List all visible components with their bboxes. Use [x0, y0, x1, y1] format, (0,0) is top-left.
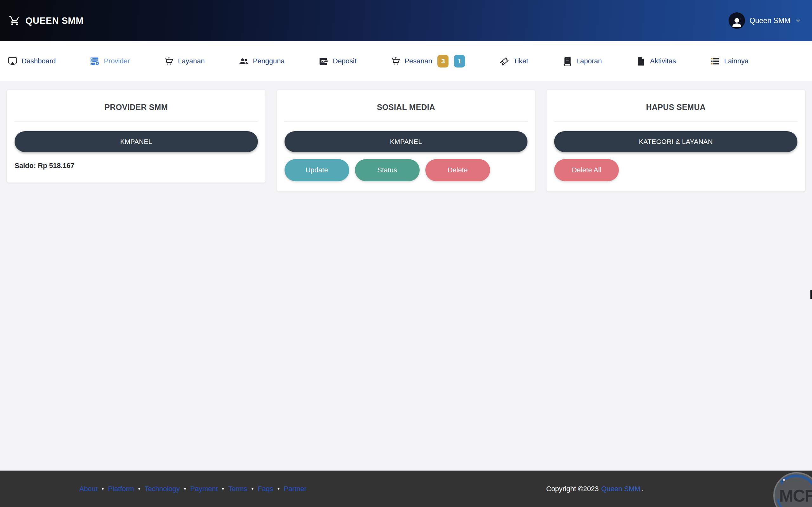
footer-link-about[interactable]: About: [79, 485, 98, 493]
cart-plus-icon: [164, 56, 174, 66]
chevron-down-icon: [795, 17, 801, 24]
nav-item-provider[interactable]: Provider: [90, 56, 130, 66]
content-area: PROVIDER SMM KMPANEL Saldo: Rp 518.167 S…: [0, 81, 812, 200]
user-name: Queen SMM: [750, 16, 791, 25]
brand-title: QUEEN SMM: [26, 15, 84, 26]
copyright-brand-link[interactable]: Queen SMM: [601, 485, 641, 493]
footer-link-terms[interactable]: Terms: [229, 485, 247, 493]
nav-item-dashboard[interactable]: Dashboard: [8, 56, 56, 66]
card-body: KMPANEL Update Status Delete: [277, 122, 536, 191]
bullet-separator: •: [102, 485, 104, 493]
card-body: KATEGORI & LAYANAN Delete All: [547, 122, 805, 191]
list-icon: [710, 56, 720, 66]
bullet-separator: •: [252, 485, 254, 493]
footer-links: About • Platform • Technology • Payment …: [79, 470, 307, 507]
nav-label: Pesanan: [405, 57, 432, 65]
mcf-watermark-logo: MCF: [772, 471, 812, 507]
user-menu[interactable]: Queen SMM: [728, 12, 801, 29]
nav-label: Dashboard: [21, 57, 56, 65]
watermark-text: MCF: [779, 486, 812, 505]
server-shield-icon: [90, 56, 100, 66]
kategori-layanan-button[interactable]: KATEGORI & LAYANAN: [554, 131, 798, 152]
pesanan-badge-orange: 3: [438, 55, 449, 67]
footer-link-technology[interactable]: Technology: [144, 485, 180, 493]
delete-button[interactable]: Delete: [425, 159, 490, 181]
card-header: PROVIDER SMM: [14, 90, 258, 122]
nav-item-pesanan[interactable]: Pesanan 3 1: [391, 55, 465, 67]
nav-label: Aktivitas: [650, 57, 676, 65]
nav-item-lainnya[interactable]: Lainnya: [710, 56, 749, 66]
airplay-icon: [8, 56, 17, 66]
main-navbar: Dashboard Provider Layanan Pengguna Depo…: [0, 41, 812, 81]
nav-item-laporan[interactable]: Laporan: [562, 56, 602, 66]
card-title: HAPUS SEMUA: [554, 103, 798, 112]
pesanan-badge-teal: 1: [454, 55, 465, 67]
nav-item-tiket[interactable]: Tiket: [499, 56, 528, 66]
update-button[interactable]: Update: [285, 159, 349, 181]
kmpanel-button[interactable]: KMPANEL: [285, 131, 528, 152]
shopping-cart-icon: [9, 15, 20, 26]
avatar: [728, 12, 745, 29]
copyright: Copyright ©2023 Queen SMM .: [546, 470, 644, 507]
status-button[interactable]: Status: [355, 159, 420, 181]
users-icon: [239, 56, 249, 66]
nav-label: Layanan: [178, 57, 205, 65]
card-hapus-semua: HAPUS SEMUA KATEGORI & LAYANAN Delete Al…: [547, 90, 805, 191]
nav-label: Laporan: [576, 57, 602, 65]
bullet-separator: •: [184, 485, 186, 493]
footer-link-payment[interactable]: Payment: [190, 485, 218, 493]
cart-plus-icon: [391, 56, 401, 66]
delete-all-button[interactable]: Delete All: [554, 159, 619, 181]
saldo-text: Saldo: Rp 518.167: [14, 162, 258, 170]
footer-link-partner[interactable]: Partner: [284, 485, 306, 493]
nav-label: Lainnya: [724, 57, 749, 65]
card-header: SOSIAL MEDIA: [285, 90, 528, 122]
kmpanel-button[interactable]: KMPANEL: [14, 131, 258, 152]
card-header: HAPUS SEMUA: [554, 90, 798, 122]
person-icon: [730, 16, 743, 29]
bullet-separator: •: [277, 485, 280, 493]
nav-label: Pengguna: [253, 57, 285, 65]
file-icon: [636, 56, 646, 66]
card-provider-smm: PROVIDER SMM KMPANEL Saldo: Rp 518.167: [7, 90, 265, 182]
nav-label: Deposit: [333, 57, 357, 65]
action-buttons-row: Update Status Delete: [285, 159, 528, 181]
bullet-separator: •: [222, 485, 224, 493]
card-body: KMPANEL Saldo: Rp 518.167: [7, 122, 265, 182]
brand-logo[interactable]: QUEEN SMM: [9, 15, 84, 26]
card-title: PROVIDER SMM: [14, 103, 258, 112]
book-icon: [562, 56, 572, 66]
copyright-text: Copyright ©2023: [546, 485, 599, 493]
wallet-icon: [319, 56, 328, 66]
action-buttons-row: Delete All: [554, 159, 798, 181]
nav-item-aktivitas[interactable]: Aktivitas: [636, 56, 676, 66]
ticket-icon: [499, 56, 509, 66]
nav-item-layanan[interactable]: Layanan: [164, 56, 205, 66]
top-header-bar: QUEEN SMM Queen SMM: [0, 0, 812, 41]
nav-label: Provider: [104, 57, 130, 65]
footer-link-faqs[interactable]: Faqs: [258, 485, 273, 493]
bullet-separator: •: [138, 485, 140, 493]
nav-label: Tiket: [513, 57, 528, 65]
card-title: SOSIAL MEDIA: [285, 103, 528, 112]
scrollbar-thumb[interactable]: [810, 290, 812, 299]
copyright-period: .: [642, 485, 644, 493]
nav-item-deposit[interactable]: Deposit: [319, 56, 357, 66]
footer: About • Platform • Technology • Payment …: [0, 470, 812, 507]
footer-link-platform[interactable]: Platform: [108, 485, 134, 493]
nav-item-pengguna[interactable]: Pengguna: [239, 56, 285, 66]
card-sosial-media: SOSIAL MEDIA KMPANEL Update Status Delet…: [277, 90, 536, 191]
